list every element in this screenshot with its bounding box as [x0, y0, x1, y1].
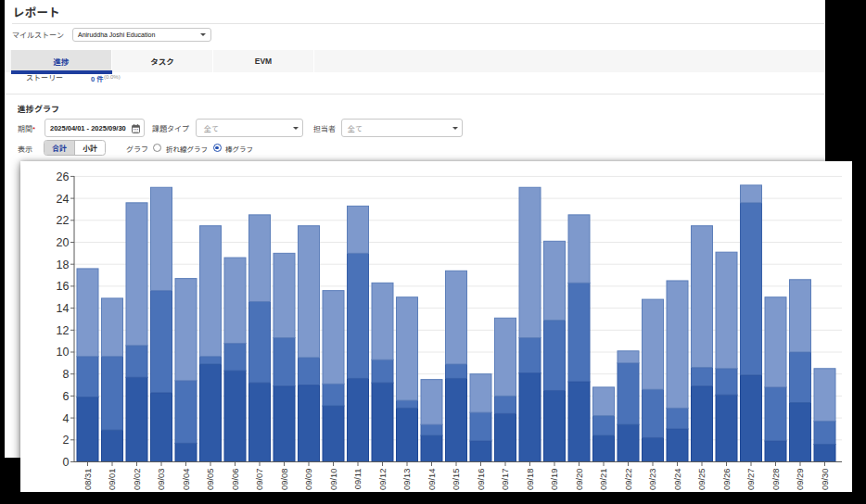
- x-axis-label: 09/10: [327, 468, 337, 489]
- tab-evm-label: EVM: [255, 57, 272, 66]
- bar-segment-stack-top-light: [298, 225, 319, 357]
- bar-segment-stack-top-light: [323, 290, 344, 384]
- bar-segment-stack-bottom-dark: [642, 437, 663, 461]
- bar-segment-stack-top-light: [494, 318, 516, 396]
- bar-segment-stack-middle-medium: [470, 412, 491, 441]
- x-axis-label: 09/04: [180, 468, 190, 489]
- bar-segment-stack-top-light: [618, 350, 639, 362]
- x-axis-label: 09/29: [795, 468, 805, 489]
- bar-segment-stack-middle-medium: [642, 389, 663, 437]
- bar-segment-stack-bottom-dark: [396, 408, 417, 461]
- bar-segment-stack-top-light: [740, 184, 761, 202]
- x-axis-label: 09/20: [573, 468, 583, 489]
- bar-segment-stack-top-light: [274, 253, 295, 337]
- bar-segment-stack-top-light: [789, 279, 810, 351]
- line-graph-radio[interactable]: [153, 144, 161, 152]
- title-divider: [12, 23, 824, 24]
- bar-segment-stack-top-light: [150, 187, 172, 290]
- x-axis-label: 09/18: [524, 468, 534, 489]
- bar-segment-stack-bottom-dark: [372, 383, 393, 461]
- x-axis-label: 09/17: [500, 468, 510, 489]
- x-axis-label: 09/24: [671, 468, 681, 489]
- x-axis-label: 09/19: [549, 468, 559, 489]
- bar-graph-radio[interactable]: [213, 144, 222, 152]
- bar-segment-stack-middle-medium: [101, 356, 122, 429]
- y-axis-label: 18: [56, 258, 69, 271]
- bar-segment-stack-top-light: [445, 271, 466, 364]
- section-divider: [5, 94, 824, 94]
- bar-segment-stack-top-light: [814, 368, 835, 421]
- display-toggle-group: 合計 小計: [44, 140, 106, 156]
- y-axis-label: 10: [56, 346, 69, 359]
- y-axis-label: 16: [56, 280, 69, 293]
- bar-segment-stack-middle-medium: [396, 400, 417, 408]
- story-percent: (0.0%): [104, 74, 121, 80]
- x-axis-label: 09/26: [720, 468, 731, 489]
- subtotal-button[interactable]: 小計: [75, 141, 105, 155]
- bar-segment-stack-middle-medium: [445, 364, 466, 378]
- x-axis-label: 09/05: [205, 468, 215, 489]
- x-axis-label: 09/14: [426, 468, 436, 489]
- calendar-dot: [134, 129, 134, 130]
- x-axis-label: 09/11: [352, 468, 363, 489]
- issue-type-value: 全て: [204, 123, 219, 133]
- x-axis-label: 09/27: [745, 468, 756, 489]
- page-title: レポート: [13, 3, 60, 20]
- bar-segment-stack-middle-medium: [126, 345, 147, 376]
- bar-segment-stack-bottom-dark: [667, 428, 688, 461]
- bar-segment-stack-middle-medium: [519, 337, 541, 372]
- tab-task-label: タスク: [150, 56, 174, 67]
- milestone-select[interactable]: Aniruddha Joshi Education: [72, 28, 211, 42]
- bar-segment-stack-middle-medium: [568, 283, 590, 382]
- tab-progress[interactable]: 進捗: [11, 50, 112, 72]
- bar-segment-stack-bottom-dark: [618, 424, 639, 461]
- display-label: 表示: [18, 144, 32, 154]
- bar-segment-stack-middle-medium: [543, 320, 565, 390]
- bar-segment-stack-top-light: [77, 268, 98, 356]
- bar-segment-stack-middle-medium: [494, 396, 516, 413]
- bar-segment-stack-middle-medium: [691, 367, 712, 385]
- x-axis-label: 09/16: [475, 468, 485, 489]
- period-label-text: 期間: [18, 125, 32, 133]
- bar-segment-stack-top-light: [175, 278, 197, 380]
- x-axis-label: 09/06: [229, 468, 239, 489]
- tab-task[interactable]: タスク: [112, 50, 213, 72]
- y-axis-label: 20: [56, 235, 69, 248]
- bar-segment-stack-middle-medium: [667, 408, 688, 429]
- assignee-select[interactable]: 全て: [341, 119, 463, 137]
- bar-segment-stack-bottom-dark: [814, 444, 835, 461]
- bar-segment-stack-bottom-dark: [298, 384, 319, 461]
- period-date-value: 2025/04/01 - 2025/09/30: [50, 124, 126, 132]
- bar-segment-stack-top-light: [101, 297, 122, 356]
- bar-segment-stack-middle-medium: [77, 356, 98, 397]
- x-axis-label: 09/13: [401, 468, 412, 489]
- chevron-down-icon: [200, 33, 206, 36]
- bar-segment-stack-middle-medium: [740, 202, 761, 374]
- x-axis-label: 09/02: [131, 468, 141, 489]
- calendar-footer: [133, 131, 138, 132]
- x-axis-label: 09/28: [770, 468, 780, 489]
- period-label: 期間*: [18, 123, 35, 133]
- x-axis-label: 09/12: [376, 468, 387, 489]
- bar-segment-stack-bottom-dark: [789, 402, 810, 461]
- bar-segment-stack-middle-medium: [789, 352, 810, 403]
- total-button[interactable]: 合計: [45, 141, 75, 155]
- bar-segment-stack-bottom-dark: [199, 364, 221, 461]
- stacked-bar-chart: 0246810121416182022242608/3109/0109/0209…: [20, 161, 852, 492]
- tab-evm[interactable]: EVM: [213, 50, 314, 72]
- bar-segment-stack-bottom-dark: [740, 374, 761, 461]
- x-axis-label: 08/31: [82, 468, 92, 489]
- bar-segment-stack-top-light: [224, 258, 246, 343]
- bar-segment-stack-bottom-dark: [126, 377, 147, 461]
- bar-segment-stack-bottom-dark: [101, 430, 122, 461]
- bar-segment-stack-bottom-dark: [765, 440, 786, 461]
- issue-type-select[interactable]: 全て: [196, 119, 303, 137]
- y-axis-label: 12: [56, 323, 69, 336]
- bar-segment-stack-middle-medium: [814, 421, 835, 444]
- bar-segment-stack-bottom-dark: [519, 372, 541, 461]
- bar-segment-stack-bottom-dark: [445, 378, 466, 461]
- period-date-input[interactable]: 2025/04/01 - 2025/09/30: [45, 119, 145, 137]
- chevron-down-icon: [452, 127, 458, 130]
- bar-segment-stack-top-light: [470, 373, 491, 411]
- bar-segment-stack-top-light: [543, 241, 565, 320]
